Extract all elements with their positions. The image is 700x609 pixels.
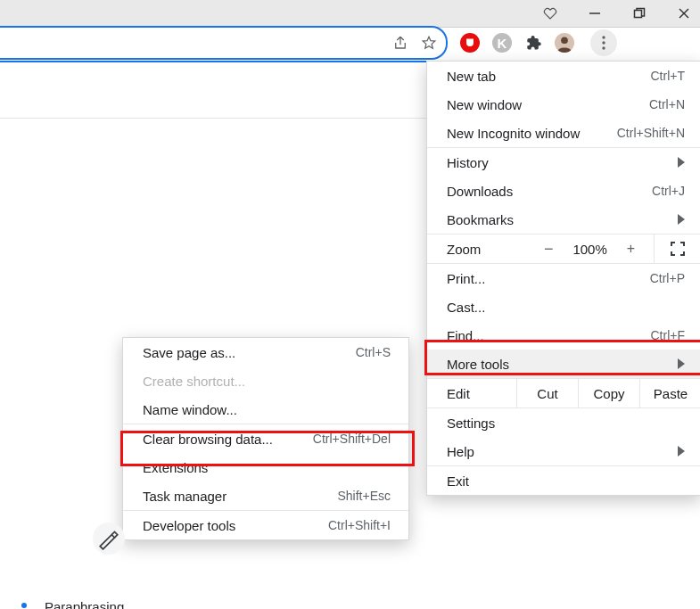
- omnibox[interactable]: [0, 26, 448, 60]
- menu-settings[interactable]: Settings: [427, 408, 700, 437]
- star-icon[interactable]: [421, 35, 437, 51]
- edit-copy-button[interactable]: Copy: [578, 379, 639, 407]
- menu-cast[interactable]: Cast...: [427, 292, 700, 321]
- chevron-right-icon: [678, 358, 685, 369]
- svg-marker-4: [423, 37, 435, 48]
- extension-icons: K: [460, 29, 617, 56]
- browser-toolbar: K: [0, 27, 700, 59]
- svg-point-5: [561, 37, 568, 44]
- content-divider: [0, 118, 428, 119]
- menu-zoom: Zoom − 100% +: [427, 235, 700, 263]
- menu-downloads[interactable]: Downloads Ctrl+J: [427, 177, 700, 205]
- menu-find[interactable]: Find... Ctrl+F: [427, 321, 700, 350]
- svg-rect-1: [635, 11, 642, 18]
- chrome-main-menu: New tab Ctrl+T New window Ctrl+N New Inc…: [426, 61, 700, 496]
- submenu-task-manager[interactable]: Task manager Shift+Esc: [123, 481, 408, 510]
- chevron-right-icon: [678, 214, 685, 225]
- menu-more-tools[interactable]: More tools: [427, 350, 700, 378]
- submenu-save-page[interactable]: Save page as... Ctrl+S: [123, 338, 408, 366]
- profile-avatar[interactable]: [555, 33, 574, 53]
- omnibox-focus-underline: [0, 61, 455, 62]
- menu-new-tab[interactable]: New tab Ctrl+T: [427, 62, 700, 90]
- window-close-button[interactable]: [673, 3, 695, 24]
- chevron-right-icon: [678, 446, 685, 457]
- zoom-value: 100%: [572, 242, 606, 257]
- scribble-icon: [93, 523, 125, 555]
- status-text: Paraphrasing...: [45, 599, 136, 609]
- menu-help[interactable]: Help: [427, 437, 700, 465]
- svg-marker-11: [678, 358, 685, 369]
- submenu-developer-tools[interactable]: Developer tools Ctrl+Shift+I: [123, 511, 408, 539]
- menu-new-incognito[interactable]: New Incognito window Ctrl+Shift+N: [427, 119, 700, 147]
- extension-k-icon[interactable]: K: [492, 33, 512, 53]
- submenu-create-shortcut: Create shortcut...: [123, 366, 408, 395]
- fullscreen-button[interactable]: [654, 235, 700, 263]
- zoom-out-button[interactable]: −: [544, 240, 554, 259]
- svg-point-6: [602, 36, 605, 38]
- share-icon[interactable]: [392, 35, 408, 51]
- edit-cut-button[interactable]: Cut: [516, 379, 578, 407]
- svg-point-7: [602, 41, 605, 44]
- submenu-clear-browsing-data[interactable]: Clear browsing data... Ctrl+Shift+Del: [123, 424, 408, 453]
- menu-new-window[interactable]: New window Ctrl+N: [427, 90, 700, 119]
- svg-marker-12: [678, 446, 685, 457]
- window-titlebar: [0, 0, 700, 28]
- chrome-menu-button[interactable]: [590, 29, 617, 56]
- menu-print[interactable]: Print... Ctrl+P: [427, 264, 700, 292]
- status-indicator-dot: [21, 603, 27, 608]
- menu-history[interactable]: History: [427, 148, 700, 177]
- svg-point-8: [602, 46, 605, 49]
- chevron-right-icon: [678, 157, 685, 168]
- window-maximize-button[interactable]: [629, 3, 650, 24]
- heart-icon[interactable]: [539, 3, 561, 24]
- more-tools-submenu: Save page as... Ctrl+S Create shortcut..…: [122, 337, 409, 540]
- menu-exit[interactable]: Exit: [427, 466, 700, 495]
- menu-bookmarks[interactable]: Bookmarks: [427, 205, 700, 234]
- extensions-puzzle-icon[interactable]: [524, 34, 542, 52]
- submenu-extensions[interactable]: Extensions: [123, 453, 408, 481]
- zoom-in-button[interactable]: +: [627, 241, 635, 257]
- svg-marker-9: [678, 157, 685, 168]
- submenu-name-window[interactable]: Name window...: [123, 395, 408, 424]
- window-minimize-button[interactable]: [584, 3, 605, 24]
- menu-edit: Edit Cut Copy Paste: [427, 379, 700, 407]
- extension-ublock-icon[interactable]: [460, 33, 480, 53]
- svg-marker-10: [678, 214, 685, 225]
- edit-paste-button[interactable]: Paste: [639, 379, 700, 407]
